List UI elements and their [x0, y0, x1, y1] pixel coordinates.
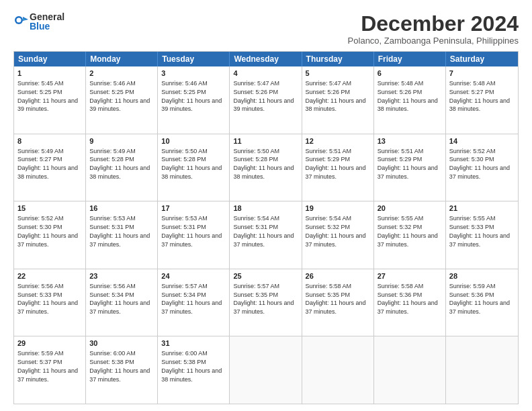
cell-info: Sunrise: 5:54 AMSunset: 5:32 PMDaylight:… — [306, 215, 366, 247]
cell-info: Sunrise: 5:49 AMSunset: 5:28 PMDaylight:… — [89, 148, 150, 180]
calendar-body: 1 Sunrise: 5:45 AMSunset: 5:25 PMDayligh… — [14, 66, 518, 404]
day-cell-7: 7 Sunrise: 5:48 AMSunset: 5:27 PMDayligh… — [446, 66, 518, 134]
day-number: 19 — [306, 203, 370, 214]
cell-info: Sunrise: 6:00 AMSunset: 5:38 PMDaylight:… — [161, 350, 222, 382]
day-cell-6: 6 Sunrise: 5:48 AMSunset: 5:26 PMDayligh… — [374, 66, 446, 134]
cell-info: Sunrise: 5:56 AMSunset: 5:34 PMDaylight:… — [89, 283, 150, 315]
day-cell-17: 17 Sunrise: 5:53 AMSunset: 5:31 PMDaylig… — [158, 201, 230, 269]
day-cell-27: 27 Sunrise: 5:58 AMSunset: 5:36 PMDaylig… — [374, 269, 446, 336]
calendar-row-4: 22 Sunrise: 5:56 AMSunset: 5:33 PMDaylig… — [14, 269, 518, 337]
calendar: Sunday Monday Tuesday Wednesday Thursday… — [13, 51, 519, 404]
day-number: 3 — [161, 68, 226, 79]
day-number: 29 — [17, 338, 82, 349]
empty-cell — [446, 336, 518, 404]
day-cell-12: 12 Sunrise: 5:51 AMSunset: 5:29 PMDaylig… — [302, 134, 374, 201]
day-number: 25 — [233, 271, 298, 281]
logo-line2: Blue — [30, 21, 64, 31]
day-number: 11 — [233, 136, 298, 146]
header-wednesday: Wednesday — [230, 52, 302, 66]
calendar-header: Sunday Monday Tuesday Wednesday Thursday… — [14, 52, 518, 66]
cell-info: Sunrise: 6:00 AMSunset: 5:38 PMDaylight:… — [89, 350, 150, 382]
logo-icon — [13, 14, 28, 29]
day-number: 22 — [17, 271, 82, 281]
day-cell-15: 15 Sunrise: 5:52 AMSunset: 5:30 PMDaylig… — [14, 201, 86, 269]
calendar-row-5: 29 Sunrise: 5:59 AMSunset: 5:37 PMDaylig… — [14, 336, 518, 404]
day-number: 13 — [378, 136, 442, 146]
header: General Blue December 2024 Polanco, Zamb… — [13, 12, 519, 46]
cell-info: Sunrise: 5:57 AMSunset: 5:35 PMDaylight:… — [233, 283, 294, 315]
header-thursday: Thursday — [302, 52, 374, 66]
day-cell-10: 10 Sunrise: 5:50 AMSunset: 5:28 PMDaylig… — [158, 134, 230, 201]
day-cell-1: 1 Sunrise: 5:45 AMSunset: 5:25 PMDayligh… — [14, 66, 86, 134]
header-friday: Friday — [374, 52, 446, 66]
day-number: 27 — [378, 271, 442, 281]
logo-line1: General — [30, 12, 64, 21]
day-number: 18 — [233, 203, 298, 214]
day-number: 30 — [89, 338, 154, 349]
day-number: 7 — [449, 68, 515, 79]
day-cell-18: 18 Sunrise: 5:54 AMSunset: 5:31 PMDaylig… — [230, 201, 302, 269]
cell-info: Sunrise: 5:45 AMSunset: 5:25 PMDaylight:… — [17, 80, 78, 112]
day-cell-22: 22 Sunrise: 5:56 AMSunset: 5:33 PMDaylig… — [14, 269, 86, 336]
day-number: 14 — [449, 136, 515, 146]
logo: General Blue — [13, 12, 64, 31]
day-number: 21 — [449, 203, 515, 214]
cell-info: Sunrise: 5:58 AMSunset: 5:36 PMDaylight:… — [378, 283, 438, 315]
day-number: 10 — [161, 136, 226, 146]
cell-info: Sunrise: 5:50 AMSunset: 5:28 PMDaylight:… — [233, 148, 294, 180]
cell-info: Sunrise: 5:48 AMSunset: 5:27 PMDaylight:… — [449, 80, 510, 112]
day-cell-3: 3 Sunrise: 5:46 AMSunset: 5:25 PMDayligh… — [158, 66, 230, 134]
day-cell-20: 20 Sunrise: 5:55 AMSunset: 5:32 PMDaylig… — [374, 201, 446, 269]
calendar-row-1: 1 Sunrise: 5:45 AMSunset: 5:25 PMDayligh… — [14, 66, 518, 134]
cell-info: Sunrise: 5:51 AMSunset: 5:29 PMDaylight:… — [378, 148, 438, 180]
day-cell-28: 28 Sunrise: 5:59 AMSunset: 5:36 PMDaylig… — [446, 269, 518, 336]
location-title: Polanco, Zamboanga Peninsula, Philippine… — [348, 36, 519, 46]
day-cell-29: 29 Sunrise: 5:59 AMSunset: 5:37 PMDaylig… — [14, 336, 86, 404]
cell-info: Sunrise: 5:59 AMSunset: 5:37 PMDaylight:… — [17, 350, 78, 382]
header-saturday: Saturday — [446, 52, 518, 66]
day-cell-19: 19 Sunrise: 5:54 AMSunset: 5:32 PMDaylig… — [302, 201, 374, 269]
empty-cell — [374, 336, 446, 404]
day-cell-4: 4 Sunrise: 5:47 AMSunset: 5:26 PMDayligh… — [230, 66, 302, 134]
header-sunday: Sunday — [14, 52, 86, 66]
day-cell-14: 14 Sunrise: 5:52 AMSunset: 5:30 PMDaylig… — [446, 134, 518, 201]
cell-info: Sunrise: 5:55 AMSunset: 5:32 PMDaylight:… — [378, 215, 438, 247]
day-cell-25: 25 Sunrise: 5:57 AMSunset: 5:35 PMDaylig… — [230, 269, 302, 336]
header-monday: Monday — [86, 52, 158, 66]
day-number: 24 — [161, 271, 226, 281]
cell-info: Sunrise: 5:52 AMSunset: 5:30 PMDaylight:… — [449, 148, 510, 180]
day-number: 2 — [89, 68, 154, 79]
day-number: 9 — [89, 136, 154, 146]
day-cell-11: 11 Sunrise: 5:50 AMSunset: 5:28 PMDaylig… — [230, 134, 302, 201]
day-number: 5 — [306, 68, 370, 79]
day-cell-26: 26 Sunrise: 5:58 AMSunset: 5:35 PMDaylig… — [302, 269, 374, 336]
cell-info: Sunrise: 5:57 AMSunset: 5:34 PMDaylight:… — [161, 283, 222, 315]
cell-info: Sunrise: 5:47 AMSunset: 5:26 PMDaylight:… — [306, 80, 366, 112]
cell-info: Sunrise: 5:47 AMSunset: 5:26 PMDaylight:… — [233, 80, 294, 112]
day-number: 20 — [378, 203, 442, 214]
cell-info: Sunrise: 5:56 AMSunset: 5:33 PMDaylight:… — [17, 283, 78, 315]
day-cell-23: 23 Sunrise: 5:56 AMSunset: 5:34 PMDaylig… — [86, 269, 158, 336]
calendar-row-2: 8 Sunrise: 5:49 AMSunset: 5:27 PMDayligh… — [14, 134, 518, 202]
cell-info: Sunrise: 5:51 AMSunset: 5:29 PMDaylight:… — [306, 148, 366, 180]
day-cell-24: 24 Sunrise: 5:57 AMSunset: 5:34 PMDaylig… — [158, 269, 230, 336]
day-number: 28 — [449, 271, 515, 281]
day-cell-31: 31 Sunrise: 6:00 AMSunset: 5:38 PMDaylig… — [158, 336, 230, 404]
day-cell-5: 5 Sunrise: 5:47 AMSunset: 5:26 PMDayligh… — [302, 66, 374, 134]
cell-info: Sunrise: 5:55 AMSunset: 5:33 PMDaylight:… — [449, 215, 510, 247]
cell-info: Sunrise: 5:53 AMSunset: 5:31 PMDaylight:… — [89, 215, 150, 247]
day-number: 23 — [89, 271, 154, 281]
calendar-row-3: 15 Sunrise: 5:52 AMSunset: 5:30 PMDaylig… — [14, 201, 518, 269]
day-cell-30: 30 Sunrise: 6:00 AMSunset: 5:38 PMDaylig… — [86, 336, 158, 404]
day-number: 12 — [306, 136, 370, 146]
day-cell-2: 2 Sunrise: 5:46 AMSunset: 5:25 PMDayligh… — [86, 66, 158, 134]
page: General Blue December 2024 Polanco, Zamb… — [0, 0, 532, 411]
header-tuesday: Tuesday — [158, 52, 230, 66]
cell-info: Sunrise: 5:54 AMSunset: 5:31 PMDaylight:… — [233, 215, 294, 247]
empty-cell — [230, 336, 302, 404]
cell-info: Sunrise: 5:58 AMSunset: 5:35 PMDaylight:… — [306, 283, 366, 315]
day-cell-16: 16 Sunrise: 5:53 AMSunset: 5:31 PMDaylig… — [86, 201, 158, 269]
title-area: December 2024 Polanco, Zamboanga Peninsu… — [348, 12, 519, 46]
cell-info: Sunrise: 5:49 AMSunset: 5:27 PMDaylight:… — [17, 148, 78, 180]
cell-info: Sunrise: 5:48 AMSunset: 5:26 PMDaylight:… — [378, 80, 438, 112]
